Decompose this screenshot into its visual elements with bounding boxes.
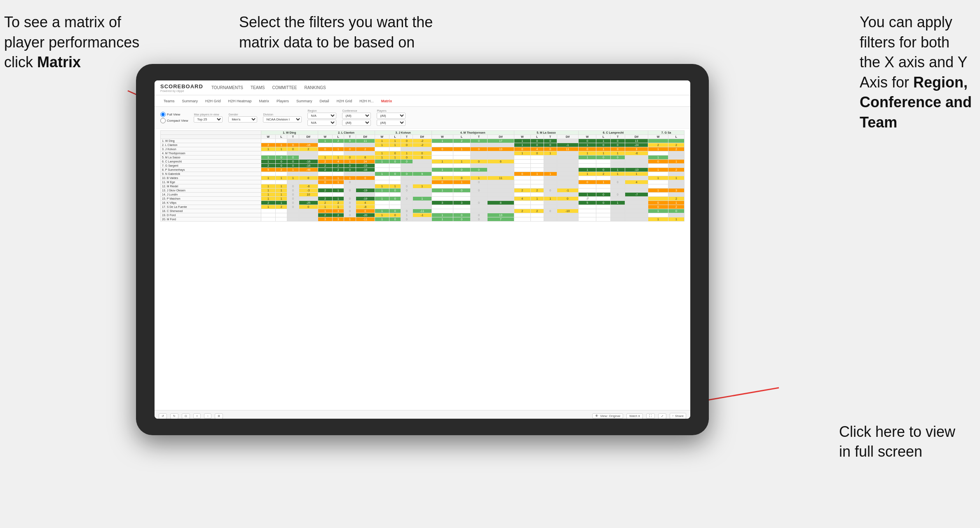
matrix-cell: -24 [625,143,648,147]
settings-button[interactable]: ⚙ [215,413,223,419]
matrix-cell: 0 [389,160,401,164]
matrix-scrollable[interactable]: 1. W Ding 2. L Clanton 3. J Koivun 4. M … [155,129,690,410]
players-select-2[interactable]: (All) [377,120,406,126]
share-button[interactable]: ↑ Share [670,413,686,419]
matrix-cell: 1 [401,151,413,156]
tab-detail[interactable]: Detail [317,97,333,105]
matrix-cell [488,180,514,184]
region-select-2[interactable]: N/A [307,120,336,126]
tab-h2h-heatmap[interactable]: H2H Heatmap [225,97,255,105]
tab-h2h-grid2[interactable]: H2H Grid [333,97,356,105]
sub-col-t6: T [610,135,625,139]
matrix-cell [470,164,488,168]
tab-players[interactable]: Players [273,97,292,105]
player-name-cell: 17. S De La Fuente [161,205,261,209]
region-select-1[interactable]: N/A [307,113,336,119]
matrix-cell: 1 [276,184,287,189]
nav-committee[interactable]: COMMITTEE [272,85,297,91]
matrix-cell: 1 [514,139,530,143]
undo-button[interactable]: ↺ [159,413,167,419]
view-icon: 👁 [595,414,598,418]
matrix-cell [276,151,287,156]
tab-teams[interactable]: Teams [160,97,178,105]
matrix-cell: 13 [488,213,514,217]
matrix-cell: 0 [344,139,356,143]
sub-col-w4: W [431,135,453,139]
matrix-cell: 1 [287,168,299,172]
matrix-cell [596,184,611,189]
watch-button[interactable]: Watch ▾ [626,413,643,419]
matrix-cell [413,189,431,193]
nav-tournaments[interactable]: TOURNAMENTS [211,85,243,91]
tablet-device: SCOREBOARD Powered by clippd TOURNAMENTS… [136,64,709,435]
matrix-cell: 1 [261,176,275,180]
matrix-cell: -2 [413,143,431,147]
matrix-cell [276,213,287,217]
table-row: 12. M Riedel110-61101 [161,184,685,189]
matrix-cell: 3 [668,189,684,193]
matrix-cell: 1 [333,205,344,209]
zoom-in-button[interactable]: + [193,413,201,419]
matrix-cell [530,156,544,160]
redo-button[interactable]: ↻ [170,413,178,419]
tab-matrix[interactable]: Matrix [256,97,273,105]
matrix-cell: -7 [578,197,596,201]
matrix-cell: -25 [299,201,318,205]
matrix-cell: 1 [578,168,596,172]
tab-h2h-h[interactable]: H2H H... [356,97,377,105]
radio-compact-view[interactable]: Compact View [160,118,188,123]
matrix-cell [318,193,332,197]
zoom-fit-button[interactable]: ⊡ [182,413,190,419]
matrix-cell [648,213,668,217]
table-row: 20. M Ford331-11100100711 [161,217,685,222]
matrix-cell [453,205,470,209]
matrix-cell [544,217,557,222]
matrix-cell [596,160,611,164]
tab-h2h-grid[interactable]: H2H Grid [202,97,224,105]
max-players-select[interactable]: Top 25 [194,116,223,123]
tab-summary2[interactable]: Summary [293,97,316,105]
matrix-cell [375,201,389,205]
players-select-1[interactable]: (All) [377,113,406,119]
matrix-cell: 5 [261,168,275,172]
matrix-cell: 2 [261,164,275,168]
matrix-cell: 0 [344,147,356,151]
matrix-cell: 6 [356,156,375,160]
matrix-cell [453,209,470,213]
fullscreen-button[interactable]: ⛶ [646,413,655,419]
matrix-cell: 0 [431,147,453,151]
matrix-content: 1. W Ding 2. L Clanton 3. J Koivun 4. M … [155,129,690,410]
matrix-cell: 1 [375,160,389,164]
matrix-cell [413,205,431,209]
matrix-cell [596,197,611,201]
view-original-button[interactable]: 👁 View: Original [592,413,623,419]
matrix-cell: 0 [596,143,611,147]
matrix-cell [261,172,275,176]
matrix-cell: 1 [276,189,287,193]
matrix-cell: -6 [625,151,648,156]
division-select[interactable]: NCAA Division I [263,116,302,123]
conference-select-1[interactable]: (All) [342,113,371,119]
radio-full-view[interactable]: Full View [160,112,188,117]
matrix-cell [610,176,625,180]
tab-summary[interactable]: Summary [179,97,202,105]
zoom-out-button[interactable]: − [204,413,211,419]
matrix-cell [557,156,578,160]
matrix-cell: 1 [389,143,401,147]
matrix-cell [557,193,578,197]
matrix-cell: 1 [668,160,684,164]
tab-matrix-active[interactable]: Matrix [378,97,396,105]
matrix-cell [356,143,375,147]
matrix-cell [530,160,544,164]
nav-teams[interactable]: TEAMS [251,85,265,91]
table-row: 19. D Ford220-20101-110013 [161,213,685,217]
conference-select-2[interactable]: (All) [342,120,371,126]
matrix-cell: 1 [668,217,684,222]
gender-select[interactable]: Men's [228,116,257,123]
matrix-cell [401,147,413,151]
expand-button[interactable]: ⤢ [658,413,666,419]
matrix-cell: 1 [668,176,684,180]
matrix-cell: -1 [413,213,431,217]
nav-rankings[interactable]: RANKINGS [304,85,326,91]
matrix-cell: 1 [261,160,275,164]
